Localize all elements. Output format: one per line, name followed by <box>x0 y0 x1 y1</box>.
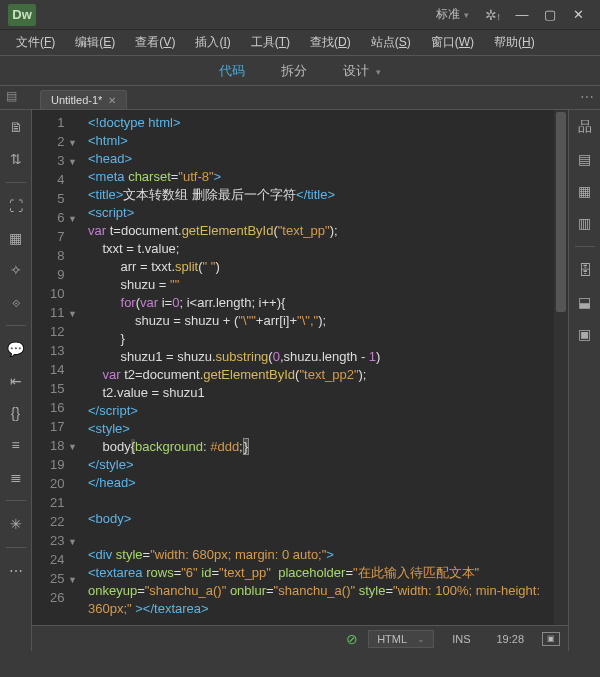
sync-settings-icon[interactable]: ✲! <box>477 7 508 23</box>
chevron-down-icon: ▾ <box>376 67 381 77</box>
menu-e[interactable]: 编辑(E) <box>65 34 125 51</box>
menubar: 文件(F)编辑(E)查看(V)插入(I)工具(T)查找(D)站点(S)窗口(W)… <box>0 30 600 56</box>
menu-s[interactable]: 站点(S) <box>361 34 421 51</box>
collapse-icon[interactable]: ▦ <box>7 229 25 247</box>
workspace-switcher[interactable]: 标准▾ <box>428 6 477 23</box>
close-button[interactable]: ✕ <box>564 5 592 25</box>
app-logo: Dw <box>8 4 36 26</box>
titlebar: Dw 标准▾ ✲! — ▢ ✕ <box>0 0 600 30</box>
vertical-scrollbar[interactable] <box>554 110 568 625</box>
assets-panel-icon[interactable]: ▤ <box>576 150 594 168</box>
outdent-right-icon[interactable]: ≣ <box>7 468 25 486</box>
statusbar: ⊘ HTML⌄ INS 19:28 ▣ <box>32 625 568 651</box>
highlight-icon[interactable]: ✳ <box>7 515 25 533</box>
view-split-tab[interactable]: 拆分 <box>273 58 315 84</box>
snippets-icon[interactable]: ⟐ <box>7 293 25 311</box>
menu-h[interactable]: 帮助(H) <box>484 34 545 51</box>
minimize-button[interactable]: — <box>508 5 536 25</box>
line-gutter: 1 2 ▼3 ▼4 5 6 ▼7 8 9 10 11 ▼12 13 14 15 … <box>32 110 82 625</box>
behaviors-icon[interactable]: ▣ <box>576 325 594 343</box>
status-ok-icon[interactable]: ⊘ <box>346 631 358 647</box>
cc-libraries-icon[interactable]: ⬓ <box>576 293 594 311</box>
outdent-left-icon[interactable]: ≡ <box>7 436 25 454</box>
css-panel-icon[interactable]: ▥ <box>576 214 594 232</box>
code-content[interactable]: <!doctype html><html><head><meta charset… <box>82 110 568 625</box>
maximize-button[interactable]: ▢ <box>536 5 564 25</box>
view-design-tab[interactable]: 设计 ▾ <box>335 58 390 84</box>
related-files-icon[interactable]: ▤ <box>6 89 17 103</box>
language-selector[interactable]: HTML⌄ <box>368 630 434 648</box>
cursor-position: 19:28 <box>488 631 532 647</box>
left-toolbar: 🗎 ⇅ ⛶ ▦ ✧ ⟐ 💬 ⇤ {} ≡ ≣ ✳ ⋯ <box>0 110 32 651</box>
view-mode-bar: 代码 拆分 设计 ▾ <box>0 56 600 86</box>
code-editor[interactable]: 1 2 ▼3 ▼4 5 6 ▼7 8 9 10 11 ▼12 13 14 15 … <box>32 110 568 625</box>
menu-v[interactable]: 查看(V) <box>125 34 185 51</box>
files-panel-icon[interactable]: 🗄 <box>576 261 594 279</box>
arrow-swap-icon[interactable]: ⇅ <box>7 150 25 168</box>
workspace: 🗎 ⇅ ⛶ ▦ ✧ ⟐ 💬 ⇤ {} ≡ ≣ ✳ ⋯ 1 2 ▼3 ▼4 5 6… <box>0 110 600 651</box>
more-icon[interactable]: ⋯ <box>7 562 25 580</box>
menu-t[interactable]: 工具(T) <box>241 34 300 51</box>
menu-w[interactable]: 窗口(W) <box>421 34 484 51</box>
dom-panel-icon[interactable]: 品 <box>576 118 594 136</box>
right-toolbar: 品 ▤ ▦ ▥ 🗄 ⬓ ▣ <box>568 110 600 651</box>
format-icon[interactable]: {} <box>7 404 25 422</box>
menu-d[interactable]: 查找(D) <box>300 34 361 51</box>
preview-icon[interactable]: ▣ <box>542 632 560 646</box>
chevron-down-icon: ▾ <box>464 10 469 20</box>
file-management-icon[interactable]: 🗎 <box>7 118 25 136</box>
indent-icon[interactable]: ⇤ <box>7 372 25 390</box>
menu-f[interactable]: 文件(F) <box>6 34 65 51</box>
file-tab-label: Untitled-1* <box>51 94 102 106</box>
view-code-tab[interactable]: 代码 <box>211 58 253 84</box>
file-tab[interactable]: Untitled-1* ✕ <box>40 90 127 109</box>
expand-icon[interactable]: ⛶ <box>7 197 25 215</box>
chevron-down-icon: ⌄ <box>417 634 425 644</box>
wand-icon[interactable]: ✧ <box>7 261 25 279</box>
scroll-thumb[interactable] <box>556 112 566 312</box>
comment-icon[interactable]: 💬 <box>7 340 25 358</box>
file-tabstrip: ▤ Untitled-1* ✕ ⋯ <box>0 86 600 110</box>
tab-options-icon[interactable]: ⋯ <box>580 89 594 105</box>
menu-i[interactable]: 插入(I) <box>185 34 240 51</box>
insert-mode[interactable]: INS <box>444 631 478 647</box>
insert-panel-icon[interactable]: ▦ <box>576 182 594 200</box>
close-tab-icon[interactable]: ✕ <box>108 95 116 106</box>
